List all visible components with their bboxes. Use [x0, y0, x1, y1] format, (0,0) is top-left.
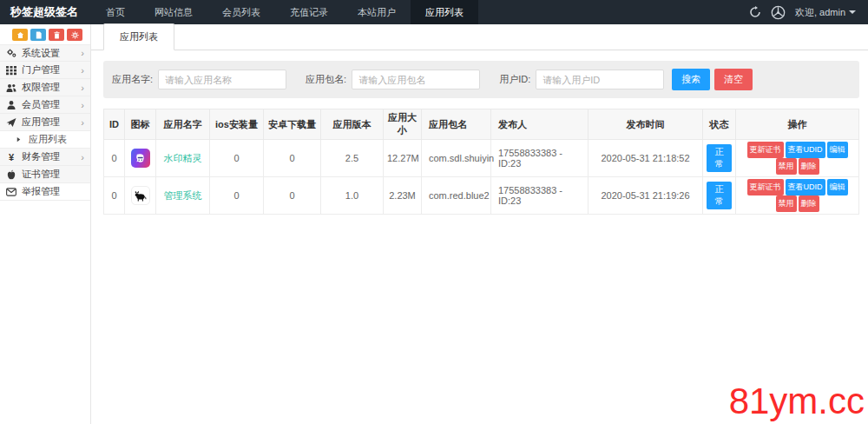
cell-status: 正常	[703, 177, 736, 215]
user-id-input[interactable]	[536, 70, 664, 89]
disable-button[interactable]: 禁用	[776, 195, 797, 212]
column-header: ios安装量	[210, 109, 264, 140]
sidebar-item-label: 证书管理	[22, 168, 60, 181]
user-id-label: 用户ID:	[499, 73, 530, 86]
sidebar-item-app-management[interactable]: 应用管理›	[0, 114, 90, 131]
users-icon	[6, 83, 16, 93]
status-badge: 正常	[707, 144, 732, 172]
user-icon	[6, 100, 16, 110]
cell-package: com.red.blue2	[422, 177, 491, 215]
sidebar-item-system-settings[interactable]: 系统设置›	[0, 44, 90, 62]
sidebar-item-label: 会员管理	[22, 98, 60, 111]
sidebar-item-certificate-management[interactable]: 证书管理	[0, 166, 90, 183]
app-name-label: 应用名字:	[112, 73, 153, 86]
sidebar-item-label: 举报管理	[22, 185, 60, 198]
home-icon[interactable]	[12, 29, 28, 41]
user-menu[interactable]: 欢迎, admin	[795, 6, 856, 19]
cell-version: 2.5	[321, 140, 384, 177]
app-name-link[interactable]: 水印精灵	[164, 153, 202, 163]
sidebar-item-permission-management[interactable]: 权限管理›	[0, 79, 90, 96]
file-icon[interactable]	[30, 29, 46, 41]
search-button[interactable]: 搜索	[672, 69, 710, 90]
column-header: 应用版本	[321, 109, 384, 140]
app-table: ID图标应用名字ios安装量安卓下载量应用版本应用大小应用包名发布人发布时间状态…	[103, 109, 859, 215]
table-body: 0水印精灵002.512.27Mcom.sdl.shuiyin175588333…	[104, 140, 859, 215]
sidebar-menu: 系统设置›门户管理›权限管理›会员管理›应用管理›应用列表¥财务管理›证书管理举…	[0, 44, 90, 201]
search-panel: 应用名字: 应用包名: 用户ID: 搜索 清空	[103, 61, 859, 98]
topnav-item-recharge-records[interactable]: 充值记录	[275, 0, 343, 24]
sidebar-item-app-list[interactable]: 应用列表	[0, 131, 90, 149]
watermark-app-icon	[131, 149, 150, 168]
column-header: 发布时间	[589, 109, 703, 140]
edit-button[interactable]: 编辑	[827, 142, 848, 158]
sidebar-item-label: 财务管理	[22, 150, 60, 163]
sidebar-item-finance-management[interactable]: ¥财务管理›	[0, 149, 90, 166]
app-package-input[interactable]	[352, 70, 480, 89]
delete-button[interactable]: 删除	[799, 158, 819, 175]
small-arrow-icon	[13, 135, 23, 145]
chevron-right-icon: ›	[81, 100, 84, 110]
edit-button[interactable]: 编辑	[827, 179, 848, 195]
view-udid-button[interactable]: 查看UDID	[786, 142, 825, 158]
welcome-text: 欢迎, admin	[795, 6, 845, 19]
cell-ios-installs: 0	[210, 177, 264, 215]
grid-icon	[6, 65, 16, 76]
chevron-right-icon: ›	[81, 117, 84, 128]
disable-button[interactable]: 禁用	[776, 158, 797, 175]
view-udid-button[interactable]: 查看UDID	[786, 179, 825, 195]
cell-version: 1.0	[321, 177, 384, 215]
topnav-item-member-list[interactable]: 会员列表	[207, 0, 275, 24]
cell-app-name: 水印精灵	[156, 140, 210, 177]
app-name-link[interactable]: 管理系统	[164, 190, 202, 201]
watermark: 81ym.cc	[729, 381, 865, 422]
cell-package: com.sdl.shuiyin	[422, 140, 491, 177]
topnav-item-site-info[interactable]: 网站信息	[140, 0, 207, 24]
apple-icon	[6, 169, 16, 180]
sidebar-item-label: 系统设置	[22, 47, 60, 60]
avatar[interactable]	[771, 5, 786, 20]
topbar-right: 欢迎, admin	[749, 0, 868, 24]
cell-id: 0	[104, 177, 125, 215]
cell-id: 0	[104, 140, 125, 177]
topnav-item-app-list[interactable]: 应用列表	[411, 0, 478, 24]
column-header: 操作	[736, 109, 859, 140]
topnav-item-home[interactable]: 首页	[91, 0, 140, 24]
topbar: 秒签超级签名 首页网站信息会员列表充值记录本站用户应用列表 欢迎, admin	[0, 0, 868, 24]
clear-button[interactable]: 清空	[714, 69, 753, 90]
topnav-item-site-users[interactable]: 本站用户	[343, 0, 411, 24]
column-header: 发布人	[491, 109, 589, 140]
refresh-icon[interactable]	[749, 6, 761, 18]
table-header-row: ID图标应用名字ios安装量安卓下载量应用版本应用大小应用包名发布人发布时间状态…	[104, 109, 859, 140]
table-row: 0水印精灵002.512.27Mcom.sdl.shuiyin175588333…	[104, 140, 859, 177]
sidebar-item-label: 权限管理	[22, 81, 60, 94]
cell-actions: 更新证书查看UDID编辑禁用删除	[736, 177, 859, 215]
app-package-label: 应用包名:	[306, 73, 346, 86]
gear-icon[interactable]	[67, 29, 82, 41]
status-badge: 正常	[707, 182, 732, 209]
delete-button[interactable]: 删除	[799, 195, 819, 212]
top-nav: 首页网站信息会员列表充值记录本站用户应用列表	[91, 0, 478, 24]
envelope-icon	[6, 187, 16, 197]
chevron-down-icon	[849, 10, 856, 14]
sidebar-item-member-management[interactable]: 会员管理›	[0, 96, 90, 114]
column-header: ID	[104, 109, 125, 140]
sidebar: 系统设置›门户管理›权限管理›会员管理›应用管理›应用列表¥财务管理›证书管理举…	[0, 24, 91, 424]
sidebar-mini-toolbar	[0, 24, 90, 44]
brand-title: 秒签超级签名	[0, 0, 91, 24]
cell-icon	[125, 177, 156, 215]
page: 秒签超级签名 首页网站信息会员列表充值记录本站用户应用列表 欢迎, admin	[0, 0, 868, 424]
update-cert-button[interactable]: 更新证书	[747, 179, 784, 195]
sidebar-item-portal-management[interactable]: 门户管理›	[0, 62, 90, 79]
tab-app-list[interactable]: 应用列表	[103, 23, 174, 50]
trash-icon[interactable]	[49, 29, 64, 41]
column-header: 图标	[125, 109, 156, 140]
cell-actions: 更新证书查看UDID编辑禁用删除	[736, 140, 859, 177]
update-cert-button[interactable]: 更新证书	[747, 142, 784, 158]
sidebar-item-report-management[interactable]: 举报管理	[0, 183, 90, 201]
cell-ios-installs: 0	[210, 140, 264, 177]
column-header: 应用大小	[384, 109, 422, 140]
cell-publish-time: 2020-05-31 21:19:26	[589, 177, 703, 215]
table-row: 0管理系统001.02.23Mcom.red.blue217558833383 …	[104, 177, 859, 215]
app-name-input[interactable]	[158, 70, 286, 89]
paper-plane-icon	[6, 117, 16, 128]
